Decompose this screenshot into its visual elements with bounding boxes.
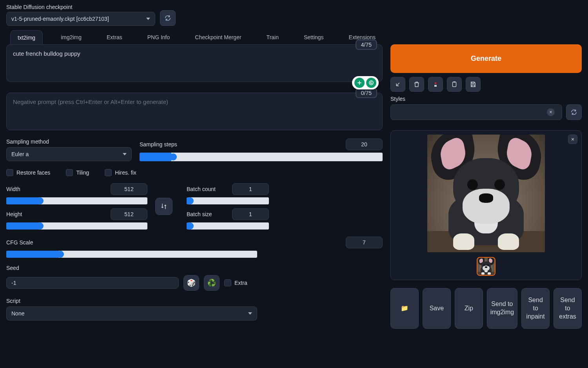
grammarly-icon[interactable] [366,78,376,88]
clipboard-icon [451,81,458,88]
tab-pnginfo[interactable]: PNG Info [140,30,177,45]
batch-count-input[interactable] [232,183,269,195]
output-gallery: × [390,130,582,280]
sampling-method-value: Euler a [11,151,29,157]
grammarly-add-icon[interactable] [354,78,365,88]
chevron-down-icon [123,153,127,155]
send-extras-button[interactable]: Send to extras [554,288,582,329]
dice-icon: 🎲 [187,279,196,287]
open-folder-button[interactable]: 📁 [390,288,419,329]
arrow-down-left-icon [394,81,401,88]
seed-extra-label: Extra [234,280,247,286]
svg-rect-3 [453,82,456,87]
prompt-input[interactable]: cute french bulldog puppy [6,44,383,82]
checkpoint-label: Stable Diffusion checkpoint [6,4,155,10]
read-params-button[interactable] [390,77,405,92]
negative-prompt-input[interactable] [6,93,383,130]
prompt-token-count: 4/75 [356,40,377,50]
save-style-button[interactable] [466,77,481,92]
script-label: Script [6,298,383,304]
checkpoint-dropdown[interactable]: v1-5-pruned-emaonly.ckpt [cc6cb27103] [6,12,155,26]
output-thumbnail[interactable] [477,257,495,276]
refresh-styles-button[interactable] [566,104,582,120]
height-input[interactable] [111,208,147,220]
batch-size-label: Batch size [187,211,212,217]
interrupt-button[interactable] [428,77,443,92]
checkpoint-value: v1-5-pruned-emaonly.ckpt [cc6cb27103] [11,16,109,22]
svg-rect-4 [454,82,456,83]
chevron-down-icon [146,18,150,20]
sampling-steps-slider[interactable] [140,153,383,161]
save-floppy-icon [470,81,477,88]
tab-extras[interactable]: Extras [100,30,129,45]
random-seed-button[interactable]: 🎲 [183,275,199,291]
batch-size-input[interactable] [232,208,269,220]
cfg-input[interactable] [346,237,383,248]
batch-count-label: Batch count [187,186,216,192]
swap-icon [160,203,167,210]
batch-count-slider[interactable] [187,197,269,204]
seed-extra-checkbox[interactable]: Extra [224,279,247,286]
stop-record-icon [432,81,439,88]
tiling-checkbox[interactable]: Tiling [66,169,89,176]
reuse-seed-button[interactable]: ♻️ [204,275,220,291]
swap-dimensions-button[interactable] [155,198,172,215]
width-input[interactable] [111,183,147,195]
width-slider[interactable] [6,197,147,204]
refresh-icon [570,109,577,116]
cfg-label: CFG Scale [6,239,33,246]
tab-settings[interactable]: Settings [297,30,331,45]
chevron-down-icon [248,312,252,315]
svg-point-0 [369,81,374,85]
seed-input[interactable] [6,277,179,289]
hires-fix-checkbox[interactable]: Hires. fix [105,169,136,176]
height-slider[interactable] [6,222,147,230]
send-img2img-button[interactable]: Send to img2img [487,288,517,329]
sampling-steps-input[interactable] [346,138,383,150]
height-label: Height [6,211,22,217]
main-tabs: txt2img img2img Extras PNG Info Checkpoi… [6,30,582,44]
batch-size-slider[interactable] [187,222,269,230]
trash-icon [413,81,420,88]
styles-label: Styles [390,96,582,102]
paste-button[interactable] [447,77,462,92]
sampling-method-dropdown[interactable]: Euler a [6,147,132,161]
tab-txt2img[interactable]: txt2img [10,30,43,45]
prompt-tools [352,76,379,89]
seed-label: Seed [6,265,383,271]
svg-rect-2 [434,85,437,87]
clear-prompt-button[interactable] [409,77,424,92]
send-inpaint-button[interactable]: Send to inpaint [521,288,550,329]
script-value: None [11,310,24,317]
refresh-checkpoint-button[interactable] [160,10,176,26]
output-image[interactable] [427,135,545,252]
hires-fix-label: Hires. fix [115,169,136,176]
refresh-icon [164,15,171,22]
sampling-steps-label: Sampling steps [140,141,177,148]
tab-checkpoint-merger[interactable]: Checkpoint Merger [188,30,248,45]
script-dropdown[interactable]: None [6,306,257,321]
save-button[interactable]: Save [423,288,451,329]
tab-img2img[interactable]: img2img [54,30,89,45]
sampling-method-label: Sampling method [6,138,132,145]
styles-dropdown[interactable]: × [390,104,562,120]
tiling-label: Tiling [76,169,89,176]
cfg-slider[interactable] [6,251,257,258]
svg-point-1 [435,82,437,84]
restore-faces-checkbox[interactable]: Restore faces [6,169,50,176]
restore-faces-label: Restore faces [16,169,50,176]
recycle-icon: ♻️ [207,279,216,287]
close-gallery-button[interactable]: × [568,135,577,144]
zip-button[interactable]: Zip [455,288,483,329]
generate-button[interactable]: Generate [390,44,582,73]
folder-icon: 📁 [401,304,408,313]
tab-train[interactable]: Train [260,30,286,45]
width-label: Width [6,186,20,192]
clear-styles-icon[interactable]: × [547,108,555,116]
